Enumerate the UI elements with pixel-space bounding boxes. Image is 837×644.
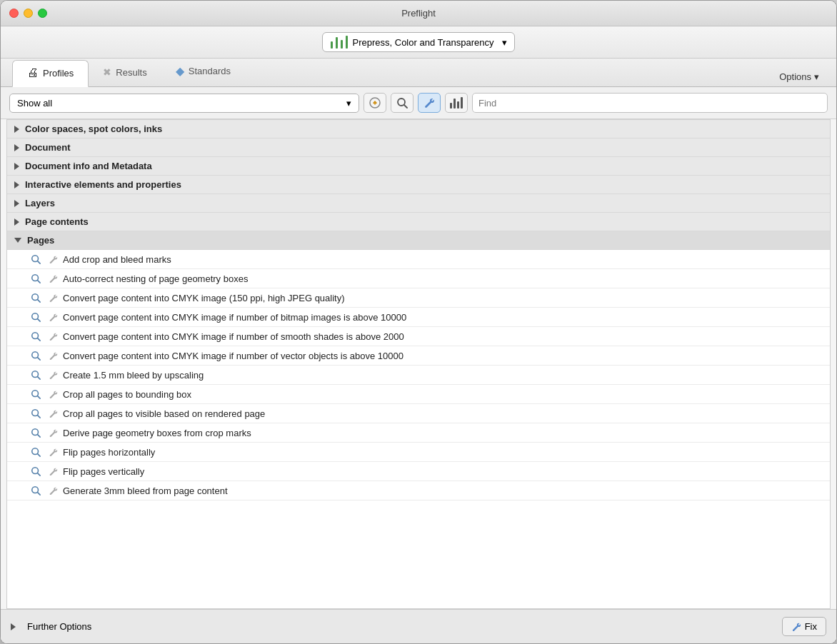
svg-line-14 <box>38 358 41 361</box>
wrench-icon <box>46 388 60 401</box>
window-title: Preflight <box>401 8 436 19</box>
standards-icon: ◆ <box>176 64 184 78</box>
list-item[interactable]: Generate 3mm bleed from page content <box>7 481 830 500</box>
search-icon <box>29 272 43 285</box>
svg-line-16 <box>38 377 41 380</box>
tab-profiles[interactable]: 🖨 Profiles <box>12 60 89 87</box>
further-options-collapse-icon <box>11 623 16 630</box>
results-icon: ✖ <box>103 66 111 78</box>
list-item[interactable]: Add crop and bleed marks <box>7 250 830 269</box>
profile-dropdown[interactable]: Prepress, Color and Transparency ▾ <box>322 32 516 52</box>
category-pages[interactable]: Pages <box>7 231 830 250</box>
search-bar: Show all ▾ <box>1 87 836 119</box>
item-label: Derive page geometry boxes from crop mar… <box>63 428 251 438</box>
magnifier-icon <box>396 97 408 109</box>
search-icon <box>29 253 43 266</box>
list-item[interactable]: Crop all pages to bounding box <box>7 385 830 404</box>
collapse-icon <box>14 200 19 207</box>
search-icon <box>29 291 43 304</box>
item-label: Crop all pages to bounding box <box>63 389 191 400</box>
category-document[interactable]: Document <box>7 139 830 157</box>
search-icon <box>29 426 43 439</box>
category-pages-label: Pages <box>27 235 54 246</box>
list-item[interactable]: Convert page content into CMYK image if … <box>7 327 830 346</box>
collapse-icon <box>14 218 19 226</box>
tab-standards[interactable]: ◆ Standards <box>161 59 245 86</box>
dropdown-arrow-icon: ▾ <box>502 37 507 48</box>
traffic-lights <box>9 9 47 18</box>
category-interactive[interactable]: Interactive elements and properties <box>7 176 830 194</box>
wrench-icon <box>46 426 60 439</box>
expand-icon <box>14 238 21 243</box>
minimize-button[interactable] <box>24 9 33 18</box>
wrench-icon <box>46 484 60 497</box>
search-icon <box>29 407 43 420</box>
list-item[interactable]: Flip pages vertically <box>7 462 830 481</box>
options-label: Options <box>779 71 811 82</box>
category-document-info-label: Document info and Metadata <box>25 161 152 171</box>
options-button[interactable]: Options ▾ <box>773 67 825 86</box>
list-item[interactable]: Derive page geometry boxes from crop mar… <box>7 423 830 443</box>
show-all-dropdown[interactable]: Show all ▾ <box>9 94 359 113</box>
item-label: Convert page content into CMYK image if … <box>63 331 404 342</box>
edit-icon-button[interactable] <box>364 93 386 113</box>
options-arrow-icon: ▾ <box>814 71 819 82</box>
svg-line-10 <box>38 319 41 322</box>
svg-line-4 <box>38 261 41 264</box>
wrench-icon <box>46 407 60 420</box>
wrench-icon <box>46 368 60 381</box>
search-icon <box>29 465 43 478</box>
wrench-icon <box>46 446 60 458</box>
wrench-icon <box>46 330 60 343</box>
item-label: Add crop and bleed marks <box>63 254 171 265</box>
fix-button[interactable]: Fix <box>782 617 826 636</box>
wrench-icon <box>46 253 60 266</box>
wrench-icon <box>46 291 60 304</box>
svg-line-28 <box>38 493 41 495</box>
find-input[interactable] <box>472 93 828 113</box>
tab-results[interactable]: ✖ Results <box>89 61 161 86</box>
item-label: Create 1.5 mm bleed by upscaling <box>63 370 204 381</box>
maximize-button[interactable] <box>38 9 47 18</box>
svg-line-2 <box>404 105 407 108</box>
further-options-bar: Further Options Fix <box>1 609 836 643</box>
search-icon <box>29 368 43 381</box>
search-icon-button[interactable] <box>391 93 414 113</box>
list-item[interactable]: Auto-correct nesting of page geometry bo… <box>7 269 830 288</box>
category-page-contents[interactable]: Page contents <box>7 213 830 231</box>
search-icon <box>29 446 43 458</box>
further-options-toggle[interactable]: Further Options <box>11 621 91 632</box>
list-item[interactable]: Convert page content into CMYK image if … <box>7 308 830 327</box>
category-color-spaces[interactable]: Color spaces, spot colors, inks <box>7 120 830 139</box>
show-all-label: Show all <box>17 98 52 109</box>
item-label: Auto-correct nesting of page geometry bo… <box>63 273 248 284</box>
list-item[interactable]: Convert page content into CMYK image (15… <box>7 288 830 308</box>
further-options-label: Further Options <box>27 621 91 632</box>
list-item[interactable]: Convert page content into CMYK image if … <box>7 346 830 366</box>
category-interactive-label: Interactive elements and properties <box>25 179 181 190</box>
bars-chart-icon-button[interactable] <box>445 93 468 113</box>
search-icon <box>29 388 43 401</box>
tabs-bar: 🖨 Profiles ✖ Results ◆ Standards Options… <box>1 59 836 87</box>
wrench-icon-button[interactable] <box>418 93 441 113</box>
title-bar: Preflight <box>1 1 836 26</box>
svg-line-22 <box>38 435 41 438</box>
category-document-label: Document <box>25 142 71 153</box>
collapse-icon <box>14 163 19 170</box>
svg-line-18 <box>38 396 41 399</box>
list-item[interactable]: Create 1.5 mm bleed by upscaling <box>7 366 830 385</box>
list-item[interactable]: Flip pages horizontally <box>7 443 830 462</box>
list-item[interactable]: Crop all pages to visible based on rende… <box>7 404 830 423</box>
fix-button-label: Fix <box>805 621 817 632</box>
search-icon <box>29 349 43 362</box>
toolbar: Prepress, Color and Transparency ▾ <box>1 26 836 59</box>
search-icon <box>29 330 43 343</box>
category-layers[interactable]: Layers <box>7 194 830 213</box>
close-button[interactable] <box>9 9 19 18</box>
fix-wrench-icon <box>791 622 801 632</box>
svg-line-12 <box>38 338 41 341</box>
item-label: Crop all pages to visible based on rende… <box>63 408 265 419</box>
preflight-window: Preflight Prepress, Color and Transparen… <box>0 0 837 644</box>
category-document-info[interactable]: Document info and Metadata <box>7 157 830 176</box>
tab-results-label: Results <box>116 67 146 78</box>
